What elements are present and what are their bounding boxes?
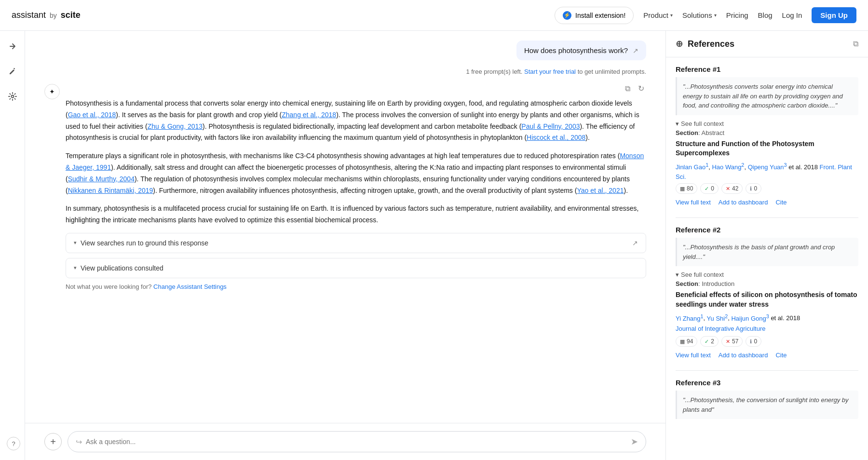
solutions-menu[interactable]: Solutions ▾ <box>682 11 717 19</box>
ref1-add-to-dashboard[interactable]: Add to dashboard <box>719 199 768 206</box>
ref-divider-1 <box>676 217 858 218</box>
ref2-author2[interactable]: Yu Shi2 <box>707 315 728 322</box>
ref2-total-icon: ▦ <box>680 338 685 345</box>
ref2-authors: Yi Zhang1, Yu Shi2, Haijun Gong3 et al. … <box>676 312 858 323</box>
sidebar-settings-icon[interactable] <box>5 89 20 104</box>
user-message-bubble: How does photosynthesis work? ↗ <box>516 41 646 60</box>
login-button[interactable]: Log In <box>782 11 802 19</box>
ref-yao-2021[interactable]: Yao et al., 2021 <box>577 187 624 194</box>
help-icon[interactable]: ? <box>7 437 20 450</box>
brand-by-label: by <box>50 12 57 19</box>
change-settings-link[interactable]: Change Assistant Settings <box>153 283 227 290</box>
ref2-see-full-context[interactable]: ▾ See full context <box>676 269 858 280</box>
right-panel-header: ⊕ References ⧉ <box>666 31 868 57</box>
ref-gao-2018[interactable]: Gao et al., 2018 <box>68 111 116 119</box>
ai-response-container: ✦ ⧉ ↻ Photosynthesis is a fundamental pr… <box>44 83 646 290</box>
ref2-add-to-dashboard[interactable]: Add to dashboard <box>719 352 768 359</box>
ref1-total-icon: ▦ <box>680 186 685 192</box>
ref1-section-value: Abstract <box>701 129 724 136</box>
ref2-title: Beneficial effects of silicon on photosy… <box>676 290 858 309</box>
ref1-total-count: 80 <box>687 185 693 192</box>
install-label: Install extension! <box>575 12 625 19</box>
ref-sudhir-murthy-2004[interactable]: Sudhir & Murthy, 2004 <box>68 175 135 183</box>
navbar-right: ⚡ Install extension! Product ▾ Solutions… <box>555 7 856 24</box>
ref1-see-full-context-label: See full context <box>681 120 724 127</box>
searches-collapsible[interactable]: ▾ View searches run to ground this respo… <box>66 233 646 253</box>
ref1-number: Reference #1 <box>676 65 858 73</box>
ref2-cite[interactable]: Cite <box>775 352 787 359</box>
response-para2: Temperature plays a significant role in … <box>66 150 646 196</box>
refresh-response-button[interactable]: ↻ <box>636 83 646 94</box>
response-para1: Photosynthesis is a fundamental process … <box>66 98 646 144</box>
ref1-mentioning-count: 0 <box>754 185 757 192</box>
ref1-section-label: Section <box>676 129 698 136</box>
ref1-cite[interactable]: Cite <box>775 199 787 206</box>
start-free-trial-link[interactable]: Start your free trial <box>524 68 576 75</box>
ref2-journal[interactable]: Journal of Integrative Agriculture <box>676 325 858 332</box>
free-prompts-text: 1 free prompt(s) left. <box>466 68 522 75</box>
ref1-supporting-icon: ✓ <box>705 186 709 192</box>
ref2-etal: et al. <box>771 315 784 322</box>
pricing-label: Pricing <box>726 11 748 19</box>
right-panel-title: ⊕ References <box>676 39 734 49</box>
publications-collapse-icon: ▾ <box>74 265 77 271</box>
ref2-year: 2018 <box>786 315 800 322</box>
right-panel: ⊕ References ⧉ Reference #1 "...Photosyn… <box>665 31 868 460</box>
copy-references-icon[interactable]: ⧉ <box>853 40 858 48</box>
blog-label: Blog <box>758 11 773 19</box>
ref2-author3[interactable]: Haijun Gong3 <box>731 315 769 322</box>
ref2-view-full-text[interactable]: View full text <box>676 352 711 359</box>
ref2-chevron-icon: ▾ <box>676 271 679 278</box>
ref-zhang-2018[interactable]: Zhang et al., 2018 <box>282 111 336 119</box>
external-link-icon[interactable]: ↗ <box>633 47 638 54</box>
references-title: References <box>688 39 734 49</box>
ref2-section-label: Section <box>676 280 698 287</box>
install-extension-button[interactable]: ⚡ Install extension! <box>555 7 634 24</box>
ref1-author1[interactable]: Jinlan Gao1 <box>676 163 708 171</box>
product-menu[interactable]: Product ▾ <box>643 11 673 19</box>
ref-nikkanen-2019[interactable]: Nikkanen & Rintamäki, 2019 <box>68 187 153 194</box>
user-message-text: How does photosynthesis work? <box>524 46 628 54</box>
ref1-mentioning-badge: ℹ 0 <box>746 183 761 194</box>
ref-hiscock-2008[interactable]: Hiscock et al., 2008 <box>527 134 585 141</box>
ref2-see-full-context-label: See full context <box>681 271 724 278</box>
input-prefix-icon: ↪ <box>76 437 82 446</box>
ref1-supporting-badge: ✓ 0 <box>700 183 719 194</box>
install-icon: ⚡ <box>563 11 571 20</box>
ref2-section: Section: Introduction <box>676 280 858 287</box>
reference-1: Reference #1 "...Photosynthesis converts… <box>676 65 858 206</box>
ref1-see-full-context[interactable]: ▾ See full context <box>676 118 858 129</box>
ref-monson-jaeger-1991[interactable]: Monson & Jaeger, 1991 <box>66 152 644 171</box>
searches-external-icon: ↗ <box>632 239 638 247</box>
send-button[interactable]: ➤ <box>631 436 638 447</box>
pricing-link[interactable]: Pricing <box>726 11 748 19</box>
ref1-author3[interactable]: Qipeng Yuan3 <box>748 163 787 171</box>
response-para3: In summary, photosynthesis is a multifac… <box>66 203 646 226</box>
signup-button[interactable]: Sign Up <box>812 7 856 23</box>
ref2-total-badge: ▦ 94 <box>676 336 697 347</box>
ref-paul-pellny-2003[interactable]: Paul & Pellny, 2003 <box>521 122 580 130</box>
free-prompts-suffix: to get unlimited prompts. <box>578 68 646 75</box>
ref2-mentioning-icon: ℹ <box>750 338 752 345</box>
searches-collapse-icon: ▾ <box>74 240 77 246</box>
ref1-author2[interactable]: Hao Wang2 <box>712 163 744 171</box>
brand-assistant-label: assistant <box>12 10 46 20</box>
ref1-stats: ▦ 80 ✓ 0 ✕ 42 ℹ 0 <box>676 183 858 194</box>
ref1-total-badge: ▦ 80 <box>676 183 697 194</box>
ref1-quote: "...Photosynthesis converts solar energy… <box>676 77 858 115</box>
ref1-view-full-text[interactable]: View full text <box>676 199 711 206</box>
copy-response-button[interactable]: ⧉ <box>623 83 632 94</box>
sidebar-arrow-icon[interactable] <box>5 39 20 54</box>
publications-label: View publications consulted <box>81 264 163 272</box>
question-input[interactable] <box>86 438 627 446</box>
blog-link[interactable]: Blog <box>758 11 773 19</box>
publications-collapsible[interactable]: ▾ View publications consulted <box>66 258 646 278</box>
new-chat-button[interactable]: + <box>44 433 62 450</box>
sidebar-compose-icon[interactable] <box>5 64 20 79</box>
main-area: How does photosynthesis work? ↗ 1 free p… <box>25 31 665 460</box>
ai-avatar: ✦ <box>44 84 60 99</box>
ref2-section-value: Introduction <box>702 280 734 287</box>
ref-zhu-gong-2013[interactable]: Zhu & Gong, 2013 <box>148 122 203 130</box>
user-message-container: How does photosynthesis work? ↗ <box>44 41 646 60</box>
ref2-author1[interactable]: Yi Zhang1 <box>676 315 704 322</box>
